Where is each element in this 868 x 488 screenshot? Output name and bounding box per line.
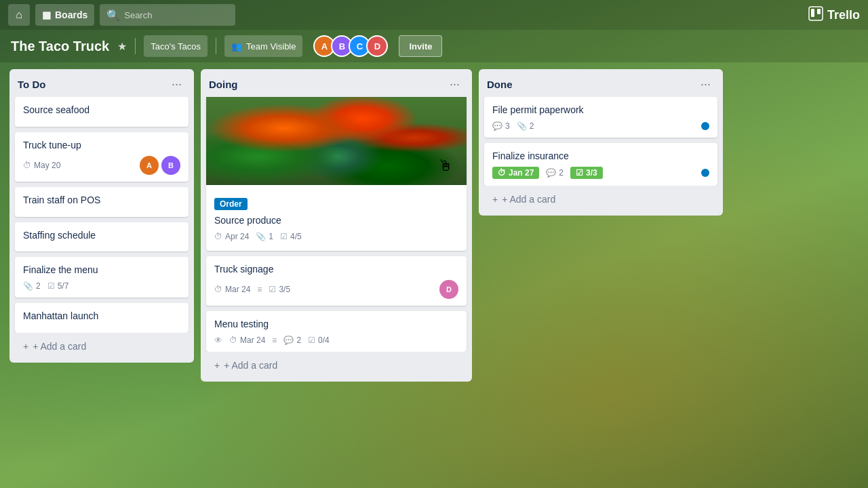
card-source-seafood[interactable]: Source seafood xyxy=(15,97,189,127)
done-column-title: Done xyxy=(487,79,513,90)
attachments: 📎 1 xyxy=(256,232,273,241)
attachments: 📎 2 xyxy=(23,281,41,291)
due-date: ⏱ Mar 24 xyxy=(214,285,250,294)
card-meta: 💬 3 📎 2 xyxy=(492,121,709,131)
todo-menu-icon: ··· xyxy=(172,77,182,91)
description: ≡ xyxy=(272,336,277,345)
boards-button[interactable]: ▦ Boards xyxy=(35,4,94,26)
todo-column-header: To Do ··· xyxy=(9,69,194,97)
svg-rect-1 xyxy=(811,9,814,17)
card-title: Train staff on POS xyxy=(23,194,180,207)
clock-icon: ⏱ xyxy=(229,336,237,345)
todo-add-card-button[interactable]: + + Add a card xyxy=(15,336,189,357)
trello-icon xyxy=(808,6,823,24)
paperclip-icon: 📎 xyxy=(23,281,33,291)
visibility-button[interactable]: 👥 Team Visible xyxy=(224,35,302,57)
list-icon: ≡ xyxy=(272,336,277,345)
doing-add-card-button[interactable]: + + Add a card xyxy=(206,354,467,376)
card-title: File permit paperwork xyxy=(492,104,709,117)
board-header: The Taco Truck ★ Taco's Tacos 👥 Team Vis… xyxy=(0,30,868,62)
card-title: Menu testing xyxy=(214,318,458,331)
todo-column-menu-button[interactable]: ··· xyxy=(167,76,186,93)
boards-label: Boards xyxy=(55,9,87,20)
done-column-menu-button[interactable]: ··· xyxy=(696,76,715,93)
done-menu-icon: ··· xyxy=(701,77,711,91)
avatar-4[interactable]: D xyxy=(366,35,388,57)
checklist: ☑ 0/4 xyxy=(308,336,330,345)
vegetable-image xyxy=(206,97,467,185)
clock-icon: ⏱ xyxy=(498,168,506,178)
search-input[interactable] xyxy=(124,10,229,20)
done-column-header: Done ··· xyxy=(479,69,723,97)
card-menu-testing[interactable]: Menu testing 👁 ⏱ Mar 24 ≡ � xyxy=(206,311,467,352)
card-meta: 📎 2 ☑ 5/7 xyxy=(23,281,180,291)
board-avatars: A B C D xyxy=(313,35,388,57)
board-title: The Taco Truck xyxy=(11,39,109,54)
card-truck-tuneup[interactable]: Truck tune-up ⏱ May 20 A B xyxy=(15,132,189,182)
card-meta: ⏱ Mar 24 ≡ ☑ 3/5 D xyxy=(214,280,458,299)
card-truck-signage[interactable]: Truck signage ⏱ Mar 24 ≡ ☑ 3/5 xyxy=(206,256,467,306)
doing-menu-icon: ··· xyxy=(450,77,460,91)
done-cards-list: File permit paperwork 💬 3 📎 2 xyxy=(479,97,723,186)
add-card-icon: + xyxy=(214,360,220,371)
done-column: Done ··· File permit paperwork 💬 3 � xyxy=(479,69,723,216)
comment-icon: 💬 xyxy=(283,336,294,345)
trello-logo: Trello xyxy=(808,6,860,24)
card-image: 🖱 xyxy=(206,97,467,185)
star-button[interactable]: ★ xyxy=(117,40,127,53)
card-title: Source produce xyxy=(214,214,458,228)
todo-column-title: To Do xyxy=(18,79,45,90)
card-title: Finalize the menu xyxy=(23,264,180,277)
card-title: Staffing schedule xyxy=(23,229,180,243)
invite-button[interactable]: Invite xyxy=(399,35,442,57)
doing-column: Doing ··· 🖱 Order Source produce xyxy=(201,69,472,382)
home-button[interactable]: ⌂ xyxy=(8,4,30,26)
add-card-icon: + xyxy=(492,194,498,205)
due-date: ⏱ Apr 24 xyxy=(214,232,249,241)
card-title: Manhattan launch xyxy=(23,310,180,323)
todo-cards-list: Source seafood Truck tune-up ⏱ May 20 A … xyxy=(9,97,194,333)
watch: 👁 xyxy=(214,336,222,345)
card-avatar: D xyxy=(439,280,458,299)
paperclip-icon: 📎 xyxy=(517,121,527,131)
card-avatars: D xyxy=(439,280,458,299)
comment-icon: 💬 xyxy=(546,168,556,178)
card-avatar-2: B xyxy=(161,156,180,175)
comment-icon: 💬 xyxy=(492,121,502,131)
header-divider xyxy=(135,38,136,54)
due-date: ⏱ May 20 xyxy=(23,161,60,170)
card-train-staff[interactable]: Train staff on POS xyxy=(15,187,189,217)
card-title: Finalize insurance xyxy=(492,150,709,163)
workspace-button[interactable]: Taco's Tacos xyxy=(144,35,208,57)
search-bar[interactable]: 🔍 xyxy=(100,4,235,26)
card-file-permit[interactable]: File permit paperwork 💬 3 📎 2 xyxy=(484,97,717,138)
comments: 💬 3 xyxy=(492,121,510,131)
done-add-card-button[interactable]: + + Add a card xyxy=(484,188,717,210)
clock-icon: ⏱ xyxy=(23,161,31,170)
card-manhattan-launch[interactable]: Manhattan launch xyxy=(15,303,189,333)
card-finalize-menu[interactable]: Finalize the menu 📎 2 ☑ 5/7 xyxy=(15,257,189,298)
card-title: Truck signage xyxy=(214,263,458,277)
description: ≡ xyxy=(257,285,262,294)
card-source-produce[interactable]: 🖱 Order Source produce ⏱ Apr 24 📎 xyxy=(206,97,467,251)
doing-column-menu-button[interactable]: ··· xyxy=(446,76,464,93)
svg-rect-2 xyxy=(817,9,821,14)
blue-dot xyxy=(701,122,709,130)
visibility-icon: 👥 xyxy=(231,41,242,52)
add-card-label: + Add a card xyxy=(224,360,277,371)
clock-icon: ⏱ xyxy=(214,285,222,294)
attachments: 📎 2 xyxy=(517,121,534,131)
due-date: ⏱ Mar 24 xyxy=(229,336,265,345)
list-icon: ≡ xyxy=(257,285,262,294)
card-finalize-insurance[interactable]: Finalize insurance ⏱ Jan 27 💬 2 ☑ 3/3 xyxy=(484,143,717,186)
paperclip-icon: 📎 xyxy=(256,232,266,241)
add-card-label: + Add a card xyxy=(33,341,86,352)
checklist: ☑ 3/5 xyxy=(269,285,290,294)
checklist-icon: ☑ xyxy=(269,285,276,294)
clock-icon: ⏱ xyxy=(214,232,222,241)
card-staffing-schedule[interactable]: Staffing schedule xyxy=(15,222,189,252)
workspace-label: Taco's Tacos xyxy=(151,41,201,52)
card-meta: ⏱ Jan 27 💬 2 ☑ 3/3 xyxy=(492,167,709,179)
header-divider-2 xyxy=(216,38,216,54)
invite-label: Invite xyxy=(409,41,432,52)
